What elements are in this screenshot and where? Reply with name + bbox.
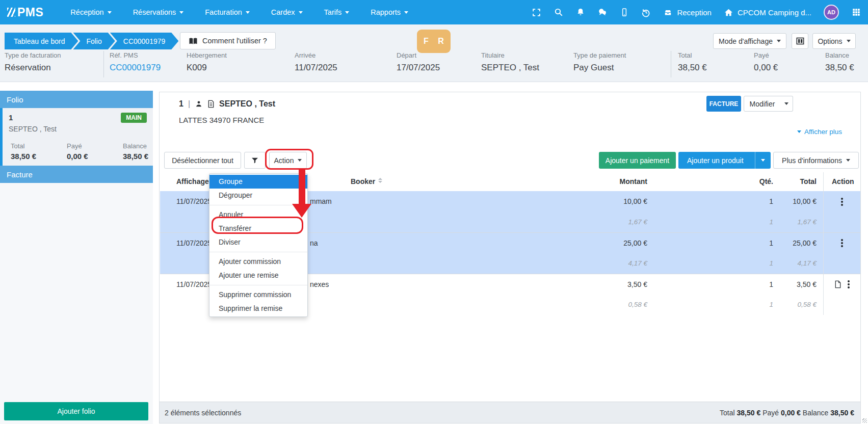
funnel-icon — [251, 156, 259, 165]
menu-facturation[interactable]: Facturation — [196, 0, 258, 24]
menu-reservations[interactable]: Réservations — [124, 0, 193, 24]
apps-grid-icon[interactable] — [851, 8, 861, 17]
resize-handle[interactable] — [862, 418, 867, 423]
options-button[interactable]: Options — [812, 33, 856, 49]
logo-text: PMS — [17, 6, 43, 19]
modify-button[interactable]: Modifier — [744, 96, 781, 112]
add-product-button[interactable]: Ajouter un produit — [678, 152, 771, 169]
menu-tarifs[interactable]: Tarifs — [315, 0, 358, 24]
user-avatar[interactable]: AD — [824, 5, 839, 20]
more-information-button[interactable]: Plus d'informations — [773, 152, 859, 169]
document-icon[interactable] — [207, 100, 215, 108]
add-product-dropdown-toggle[interactable] — [755, 152, 771, 169]
pms-ref-link[interactable]: CC00001979 — [110, 63, 161, 73]
folio-title-row: 1 | SEPTEO , Test — [179, 99, 275, 109]
inbox-icon — [663, 8, 673, 17]
column-header-booker[interactable]: Booker — [351, 177, 382, 186]
column-header-display[interactable]: Affichage — [176, 177, 209, 186]
modify-dropdown-toggle[interactable] — [780, 96, 793, 112]
fullscreen-icon[interactable] — [532, 8, 541, 17]
menu-item-annuler[interactable]: Annuler — [209, 208, 307, 222]
menu-item-diviser[interactable]: Diviser — [209, 235, 307, 249]
chevron-down-icon — [345, 11, 349, 14]
breadcrumb-folio[interactable]: Folio — [73, 33, 115, 49]
column-header-amount[interactable]: Montant — [620, 177, 647, 186]
divider — [671, 51, 671, 77]
row-actions-kebab-icon[interactable] — [848, 280, 850, 282]
chevron-down-icon — [846, 159, 850, 162]
row-actions-kebab-icon[interactable] — [841, 239, 843, 241]
history-icon[interactable] — [641, 8, 651, 17]
menu-rapports[interactable]: Rapports — [362, 0, 417, 24]
bell-icon[interactable] — [575, 8, 585, 17]
display-mode-button[interactable]: Mode d'affichage — [713, 33, 786, 49]
subrow-amount: 1,67 € — [628, 218, 647, 226]
search-icon[interactable] — [554, 8, 563, 17]
chevron-down-icon — [179, 11, 183, 14]
chat-icon[interactable] — [597, 8, 607, 17]
mobile-icon[interactable] — [619, 8, 629, 17]
reception-shortcut[interactable]: Reception — [663, 8, 712, 17]
filter-button[interactable] — [244, 152, 266, 169]
subrow-amount: 0,58 € — [628, 301, 647, 308]
breadcrumb-dashboard[interactable]: Tableau de bord — [5, 33, 78, 49]
deselect-all-button[interactable]: Désélectionner tout — [164, 152, 241, 169]
home-icon — [724, 8, 733, 17]
menu-divider — [209, 285, 307, 285]
column-header-qty[interactable]: Qté. — [759, 177, 773, 186]
chevron-down-icon — [299, 11, 303, 14]
folio-title-number: 1 — [179, 99, 183, 109]
columns-layout-button[interactable] — [792, 33, 808, 49]
charges-footer: 2 éléments sélectionnés Total 38,50 € Pa… — [160, 402, 860, 423]
menu-item-ajouter-commission[interactable]: Ajouter commission — [209, 255, 307, 269]
app-logo[interactable]: PMS — [7, 6, 43, 19]
chevron-down-icon — [784, 102, 788, 105]
menu-item-supprimer-remise[interactable]: Supprimer la remise — [209, 302, 307, 315]
subrow-qty: 1 — [769, 218, 773, 226]
menu-item-degrouper[interactable]: Dégrouper — [209, 189, 307, 202]
menu-item-supprimer-commission[interactable]: Supprimer commission — [209, 288, 307, 302]
invoice-file-icon[interactable] — [834, 280, 841, 288]
menu-reception[interactable]: Réception — [62, 0, 120, 24]
row-total: 3,50 € — [797, 280, 817, 288]
column-header-total[interactable]: Total — [800, 177, 817, 186]
subrow-amount: 4,17 € — [628, 259, 647, 267]
how-to-use-button[interactable]: Comment l'utiliser ? — [180, 32, 276, 49]
field-paid: Payé0,00 € — [754, 51, 778, 73]
language-flag-badge[interactable]: F R — [417, 30, 451, 53]
folio-sidebar: Folio 1 MAIN SEPTEO , Test Total 38,50 €… — [0, 91, 153, 424]
breadcrumb-reservation-ref[interactable]: CC00001979 — [110, 33, 179, 49]
field-arrival: Arrivée11/07/2025 — [295, 51, 337, 73]
sidebar-section-facture[interactable]: Facture — [0, 166, 153, 183]
selection-count: 2 éléments sélectionnés — [165, 409, 241, 417]
add-folio-button[interactable]: Ajouter folio — [4, 402, 148, 420]
field-total: Total38,50 € — [678, 51, 707, 73]
facture-button[interactable]: FACTURE — [706, 96, 741, 112]
chevron-down-icon — [108, 11, 112, 14]
row-amount: 10,00 € — [623, 197, 647, 205]
person-icon[interactable] — [195, 100, 203, 108]
field-pms-ref: Réf. PMSCC00001979 — [110, 51, 161, 73]
divider — [103, 51, 104, 77]
row-qty: 1 — [769, 280, 773, 288]
columns-icon — [796, 37, 804, 45]
column-header-action: Action — [832, 177, 854, 186]
menu-item-transferer[interactable]: Transférer — [209, 222, 307, 235]
subrow-total: 4,17 € — [797, 259, 817, 267]
menu-item-groupe[interactable]: Groupe — [209, 175, 307, 189]
page-header-strip: Tableau de bord Folio CC00001979 Comment… — [0, 24, 868, 82]
menu-item-ajouter-remise[interactable]: Ajouter une remise — [209, 269, 307, 282]
row-description: na — [310, 239, 318, 247]
menu-divider — [209, 205, 307, 205]
menu-cardex[interactable]: Cardex — [262, 0, 311, 24]
sidebar-section-folio[interactable]: Folio — [0, 91, 153, 108]
sort-icon — [378, 178, 382, 183]
row-actions-kebab-icon[interactable] — [841, 198, 843, 200]
chevron-down-icon — [298, 159, 302, 162]
site-selector[interactable]: CPCOM Camping d... — [724, 8, 811, 17]
show-more-link[interactable]: Afficher plus — [797, 128, 842, 136]
folio-list-item[interactable]: 1 MAIN SEPTEO , Test Total 38,50 € Payé … — [0, 108, 153, 166]
action-dropdown-button[interactable]: Action — [269, 152, 307, 169]
action-column-divider — [823, 172, 824, 315]
add-payment-button[interactable]: Ajouter un paiement — [599, 152, 676, 169]
